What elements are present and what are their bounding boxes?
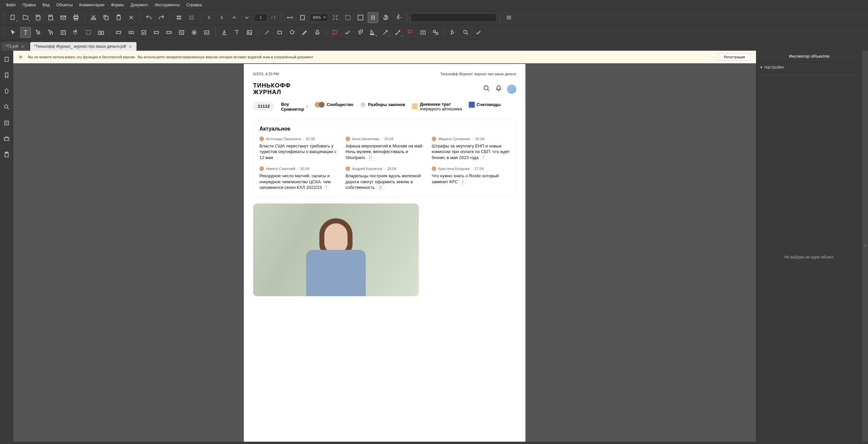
print-button[interactable] xyxy=(70,12,81,23)
text-select-tool[interactable] xyxy=(20,27,31,38)
paste-button[interactable] xyxy=(113,12,124,23)
email-button[interactable] xyxy=(58,12,69,23)
bookmarks-panel-button[interactable] xyxy=(1,69,12,81)
menu-comments[interactable]: Комментарии xyxy=(76,1,108,9)
layers-panel-button[interactable] xyxy=(1,117,12,129)
text-tool[interactable] xyxy=(231,27,242,38)
register-button[interactable]: Регистрация xyxy=(718,53,751,61)
page-down-button[interactable] xyxy=(242,12,252,23)
dropdown-tool[interactable] xyxy=(164,27,174,38)
hand-tool[interactable] xyxy=(70,27,81,38)
save-as-button[interactable] xyxy=(45,12,56,23)
button-tool[interactable] xyxy=(126,27,136,38)
rotate-cw-button[interactable] xyxy=(393,12,404,23)
zoom-select[interactable]: 89% xyxy=(310,13,328,22)
search-input[interactable] xyxy=(410,13,497,22)
pencil-annot-tool[interactable] xyxy=(300,27,310,38)
page-timestamp: 5/2/23, 4:20 PM xyxy=(253,72,279,76)
stamp-tool[interactable] xyxy=(312,27,323,38)
arrow-tool[interactable] xyxy=(380,27,391,38)
attachments-panel-button[interactable] xyxy=(1,85,12,97)
cut-button[interactable] xyxy=(88,12,99,23)
polygon-annot-tool[interactable] xyxy=(287,27,298,38)
search-panel-button[interactable] xyxy=(1,101,12,113)
undo-button[interactable] xyxy=(144,12,154,23)
fit-width-button[interactable] xyxy=(285,12,295,23)
attachment-tool[interactable] xyxy=(355,27,365,38)
text-box-tool[interactable] xyxy=(418,27,428,38)
page-number-input[interactable] xyxy=(254,13,267,22)
menu-view[interactable]: Вид xyxy=(39,1,53,9)
callout-tool[interactable] xyxy=(405,27,416,38)
prev-page-button[interactable] xyxy=(204,12,214,23)
fullscreen-button[interactable] xyxy=(355,12,366,23)
menu-file[interactable]: Файл xyxy=(3,1,19,9)
next-page-button[interactable] xyxy=(216,12,227,23)
layout-mode-button[interactable] xyxy=(368,12,378,23)
bell-icon xyxy=(495,85,502,93)
close-icon[interactable]: ✕ xyxy=(19,54,23,60)
page-up-button[interactable] xyxy=(229,12,240,23)
svg-rect-32 xyxy=(408,30,411,32)
hamburger-button[interactable] xyxy=(503,12,514,23)
search-icon xyxy=(483,85,490,93)
inspector-settings-section[interactable]: ▾ Настройки xyxy=(756,62,862,72)
measure-tool[interactable] xyxy=(393,27,403,38)
main-area: ✕ Вы не можете использовать эту функцию … xyxy=(0,51,868,442)
document-viewport[interactable]: ✕ Вы не можете использовать эту функцию … xyxy=(13,51,756,442)
menu-help[interactable]: Справка xyxy=(183,1,205,9)
copy-button[interactable] xyxy=(101,12,111,23)
find-tool[interactable] xyxy=(461,27,471,38)
check-tool[interactable] xyxy=(473,27,484,38)
link-tool[interactable] xyxy=(113,27,124,38)
highlight-tool[interactable] xyxy=(367,27,378,38)
collapse-inspector-button[interactable] xyxy=(862,51,868,442)
line-annot-tool[interactable] xyxy=(262,27,272,38)
close-icon[interactable]: ✕ xyxy=(128,45,132,48)
actual-size-button[interactable] xyxy=(330,12,341,23)
signature-tool[interactable] xyxy=(202,27,212,38)
form-tool[interactable] xyxy=(58,27,69,38)
menu-objects[interactable]: Объекты xyxy=(53,1,76,9)
snapshot-tool[interactable] xyxy=(96,27,106,38)
checkmark-tool[interactable] xyxy=(342,27,353,38)
clipboard-panel-button[interactable] xyxy=(1,149,12,161)
rect-annot-tool[interactable] xyxy=(274,27,285,38)
save-button[interactable] xyxy=(33,12,43,23)
menu-document[interactable]: Документ xyxy=(127,1,151,9)
crop-tool[interactable] xyxy=(83,27,94,38)
new-doc-button[interactable] xyxy=(8,12,18,23)
section-actual: Актуальное Антонида Пашинина·02.05 Власт… xyxy=(253,120,516,197)
listbox-tool[interactable] xyxy=(176,27,187,38)
rotate-ccw-button[interactable] xyxy=(380,12,391,23)
textfield-tool[interactable] xyxy=(151,27,162,38)
radio-tool[interactable] xyxy=(189,27,199,38)
align-tool[interactable] xyxy=(430,27,441,38)
checkbox-tool[interactable] xyxy=(138,27,149,38)
article-item: Марина Суховская·28.04 Штрафы за неуплат… xyxy=(432,137,510,161)
grid-button[interactable] xyxy=(174,12,184,23)
open-button[interactable] xyxy=(20,12,31,23)
edit-tool[interactable] xyxy=(33,27,43,38)
thumbnails-panel-button[interactable] xyxy=(1,53,12,65)
tab-t3[interactable]: *T3.pdf ✕ xyxy=(1,42,29,51)
menu-forms[interactable]: Формы xyxy=(108,1,127,9)
tab-tinkoff[interactable]: *Тинькофф Журнал_ журнал про ваши деньги… xyxy=(30,42,137,51)
menu-tools[interactable]: Инструменты xyxy=(151,1,183,9)
redo-button[interactable] xyxy=(156,12,167,23)
close-icon[interactable]: ✕ xyxy=(21,45,25,48)
pointer-tool[interactable] xyxy=(8,27,18,38)
menu-edit[interactable]: Правка xyxy=(19,1,39,9)
fit-page-button[interactable] xyxy=(297,12,308,23)
vertical-text-tool[interactable] xyxy=(45,27,56,38)
nav-number: 11112 xyxy=(253,102,274,111)
marker-tool[interactable] xyxy=(448,27,459,38)
image-tool[interactable] xyxy=(244,27,255,38)
fit-visible-button[interactable] xyxy=(343,12,353,23)
comment-tool[interactable] xyxy=(330,27,340,38)
snap-grid-button[interactable] xyxy=(186,12,197,23)
signatures-panel-button[interactable] xyxy=(1,133,12,145)
text-color-tool[interactable] xyxy=(219,27,229,38)
delete-button[interactable] xyxy=(126,12,136,23)
inspector-panel: Инспектор объектов ▾ Настройки Не выбран… xyxy=(756,51,862,442)
